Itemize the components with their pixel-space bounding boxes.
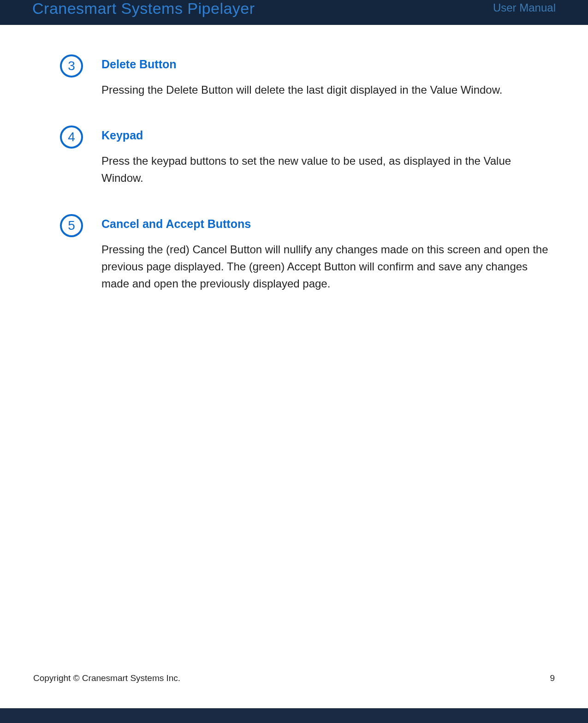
list-item: 4 Keypad Press the keypad buttons to set… bbox=[32, 128, 556, 186]
step-number-icon: 5 bbox=[60, 214, 83, 237]
page-number: 9 bbox=[550, 673, 555, 683]
item-heading: Keypad bbox=[101, 128, 551, 142]
step-number-icon: 3 bbox=[60, 54, 83, 78]
item-heading: Delete Button bbox=[101, 57, 551, 71]
bottom-decorative-band bbox=[0, 708, 588, 723]
list-item-body: Delete Button Pressing the Delete Button… bbox=[101, 57, 556, 98]
list-item: 3 Delete Button Pressing the Delete Butt… bbox=[32, 57, 556, 98]
step-number-icon: 4 bbox=[60, 125, 83, 149]
item-text: Pressing the Delete Button will delete t… bbox=[101, 81, 551, 98]
page-header: Cranesmart Systems Pipelayer User Manual bbox=[0, 0, 588, 25]
item-text: Press the keypad buttons to set the new … bbox=[101, 152, 551, 186]
document-title: Cranesmart Systems Pipelayer bbox=[32, 0, 255, 17]
item-heading: Cancel and Accept Buttons bbox=[101, 217, 551, 231]
list-item: 5 Cancel and Accept Buttons Pressing the… bbox=[32, 217, 556, 293]
document-subtitle: User Manual bbox=[493, 0, 556, 14]
page-content: 3 Delete Button Pressing the Delete Butt… bbox=[0, 25, 588, 292]
item-text: Pressing the (red) Cancel Button will nu… bbox=[101, 241, 551, 293]
copyright-text: Copyright © Cranesmart Systems Inc. bbox=[33, 673, 180, 683]
list-item-body: Cancel and Accept Buttons Pressing the (… bbox=[101, 217, 556, 293]
page-footer: Copyright © Cranesmart Systems Inc. 9 bbox=[0, 673, 588, 683]
list-item-body: Keypad Press the keypad buttons to set t… bbox=[101, 128, 556, 186]
